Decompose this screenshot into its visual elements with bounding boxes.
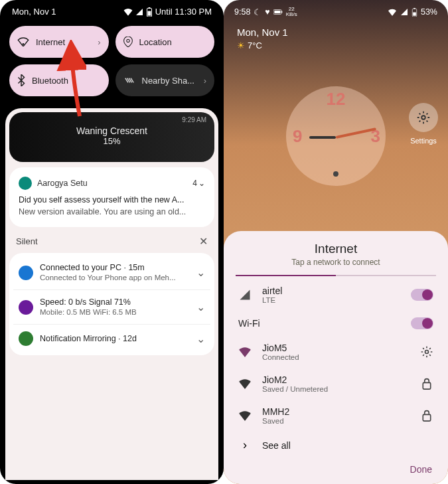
svg-rect-6	[274, 11, 280, 13]
location-icon	[123, 37, 133, 47]
signal-icon	[135, 8, 143, 16]
svg-rect-8	[413, 12, 416, 15]
notif-count[interactable]: 4⌄	[192, 179, 205, 188]
wifi-toggle[interactable]	[411, 317, 433, 329]
sheet-title: Internet	[224, 242, 448, 256]
status-time: 9:58	[234, 7, 250, 17]
svg-rect-1	[147, 11, 151, 15]
internet-sheet: Internet Tap a network to connect airtel…	[224, 231, 448, 484]
widget-title: Waning Crescent	[17, 125, 206, 136]
battery-pct: 53%	[421, 7, 437, 17]
widget-pct: 15%	[17, 136, 206, 146]
wifi-icon	[388, 9, 397, 16]
tile-label: Nearby Sha...	[142, 76, 195, 86]
app-name: Aarogya Setu	[37, 179, 88, 188]
chevron-down-icon: ⌄	[198, 179, 205, 188]
battery-icon	[146, 7, 153, 17]
bluetooth-icon	[17, 74, 25, 86]
wifi-icon	[238, 378, 252, 389]
wifi-network-row[interactable]: JioM2Saved / Unmetered	[224, 368, 448, 400]
tile-nearby-share[interactable]: Nearby Sha... ›	[115, 64, 215, 96]
mobile-data-row[interactable]: airtelLTE	[224, 279, 448, 311]
gear-icon[interactable]	[420, 345, 433, 359]
dnd-label: Until 11:30 PM	[155, 7, 212, 17]
app-icon	[19, 177, 32, 190]
notification-panel: 9:29 AM Waning Crescent 15% Aarogya Setu…	[5, 108, 218, 480]
svg-point-3	[23, 43, 25, 45]
app-icon	[19, 331, 33, 346]
svg-point-10	[421, 116, 425, 120]
svg-rect-5	[281, 11, 282, 13]
app-icon	[19, 300, 33, 315]
svg-rect-2	[148, 7, 150, 8]
chevron-right-icon: ›	[204, 76, 206, 86]
settings-label: Settings	[410, 137, 437, 145]
nearby-share-icon	[123, 76, 135, 85]
see-all-row[interactable]: › See all	[224, 432, 448, 459]
close-icon[interactable]: ✕	[199, 235, 208, 248]
notif-line: Did you self assess yourself with the ne…	[19, 195, 205, 204]
wifi-icon	[238, 410, 252, 421]
settings-shortcut[interactable]: Settings	[406, 103, 441, 146]
tile-internet[interactable]: Internet ›	[9, 26, 109, 58]
home-temp: ☀ 7°C	[224, 39, 448, 50]
wifi-network-row[interactable]: MMH2Saved	[224, 400, 448, 432]
heart-icon: ♥	[265, 7, 269, 17]
notif-line: New version available. You are using an …	[19, 207, 205, 216]
wifi-network-row[interactable]: JioM5Connected	[224, 336, 448, 368]
notification-aarogya[interactable]: Aarogya Setu 4⌄ Did you self assess your…	[9, 167, 214, 227]
status-date: Mon, Nov 1	[12, 7, 56, 17]
signal-icon	[400, 8, 408, 16]
sun-icon: ☀	[237, 40, 245, 50]
lock-icon	[420, 378, 433, 390]
app-icon	[19, 266, 33, 280]
tile-label: Internet	[36, 37, 65, 47]
moon-widget[interactable]: 9:29 AM Waning Crescent 15%	[9, 112, 214, 162]
notif-mirroring[interactable]: Notification Mirroring · 12d ⌄	[13, 325, 210, 353]
sheet-subtitle: Tap a network to connect	[224, 258, 448, 267]
gear-icon	[416, 110, 431, 125]
phone-left: Mon, Nov 1 Until 11:30 PM Internet › Loc…	[0, 0, 224, 484]
wifi-icon	[123, 8, 133, 16]
tile-bluetooth[interactable]: Bluetooth	[9, 64, 109, 96]
tab-indicator	[236, 275, 436, 276]
svg-rect-13	[423, 414, 430, 421]
wifi-icon	[238, 347, 252, 357]
wifi-toggle-row[interactable]: Wi-Fi	[224, 311, 448, 336]
chevron-right-icon: ›	[98, 37, 100, 47]
tile-label: Bluetooth	[32, 76, 68, 86]
tile-label: Location	[139, 37, 172, 47]
chevron-down-icon[interactable]: ⌄	[196, 266, 205, 279]
notif-speed[interactable]: Speed: 0 b/s Signal 71% Mobile: 0.5 MB W…	[13, 290, 210, 325]
chevron-down-icon[interactable]: ⌄	[196, 301, 205, 313]
lock-icon	[420, 410, 433, 422]
phone-right: 9:58 ☾ ♥ 22KB/s 53% Mon, Nov 1 ☀ 7°C 123…	[224, 0, 448, 484]
battery-icon	[273, 9, 283, 15]
qs-tiles: Internet › Location Bluetooth Nearby Sha…	[0, 19, 224, 108]
signal-icon	[238, 289, 252, 301]
status-bar-right: 9:58 ☾ ♥ 22KB/s 53%	[224, 0, 448, 20]
silent-label: Silent	[16, 236, 38, 246]
done-button[interactable]: Done	[224, 459, 448, 477]
status-bar-left: Mon, Nov 1 Until 11:30 PM	[0, 0, 224, 19]
chevron-right-icon: ›	[238, 438, 252, 452]
tile-location[interactable]: Location	[115, 26, 215, 58]
battery-icon	[411, 8, 417, 17]
svg-rect-12	[423, 382, 430, 389]
notif-connected-pc[interactable]: Connected to your PC · 15m Connected to …	[13, 256, 210, 290]
svg-point-11	[425, 351, 429, 354]
widget-time: 9:29 AM	[182, 116, 206, 123]
chevron-down-icon[interactable]: ⌄	[196, 333, 205, 345]
home-date: Mon, Nov 1	[224, 20, 448, 39]
silent-header: Silent ✕	[5, 232, 218, 249]
moon-icon: ☾	[254, 7, 261, 17]
wifi-icon	[17, 37, 29, 46]
svg-rect-9	[413, 8, 415, 9]
mobile-data-toggle[interactable]	[411, 289, 433, 301]
